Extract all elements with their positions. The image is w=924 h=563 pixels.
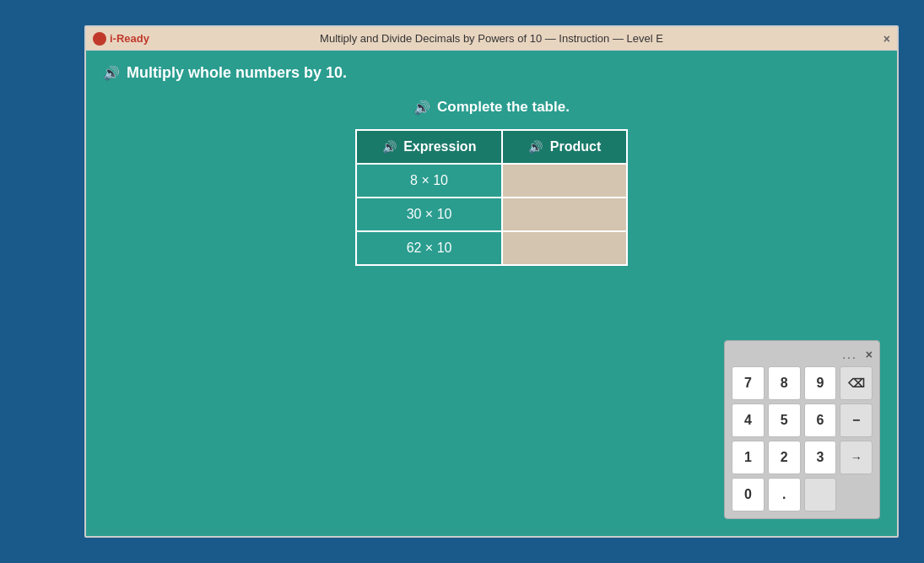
- title-bar: i-Ready Multiply and Divide Decimals by …: [86, 27, 897, 51]
- numpad-btn-empty: [840, 478, 873, 512]
- product-cell-3[interactable]: [502, 231, 627, 265]
- numpad-btn-9[interactable]: 9: [804, 366, 837, 400]
- app-window: i-Ready Multiply and Divide Decimals by …: [84, 25, 899, 538]
- col-header-product: 🔊 Product: [502, 130, 627, 164]
- numpad-btn-5[interactable]: 5: [768, 403, 801, 437]
- product-cell-2[interactable]: [502, 198, 627, 231]
- table-heading-text: Complete the table.: [437, 99, 570, 116]
- expression-cell-1: 8 × 10: [356, 164, 503, 198]
- title-bar-text: Multiply and Divide Decimals by Powers o…: [320, 32, 663, 45]
- numpad-btn-4[interactable]: 4: [732, 403, 765, 437]
- expression-cell-2: 30 × 10: [356, 198, 503, 231]
- numpad-btn-dot[interactable]: .: [768, 478, 801, 512]
- app-logo: i-Ready: [93, 32, 149, 46]
- main-content: 🔊 Multiply whole numbers by 10. 🔊 Comple…: [86, 51, 897, 279]
- numpad: ... × 7 8 9 ⌫ 4 5 6 − 1 2 3 → 0 .: [724, 340, 880, 519]
- numpad-dots: ...: [842, 348, 857, 361]
- numpad-btn-0[interactable]: 0: [732, 478, 765, 512]
- numpad-btn-backspace[interactable]: ⌫: [840, 366, 873, 400]
- table-row: 62 × 10: [356, 231, 628, 265]
- numpad-btn-8[interactable]: 8: [768, 366, 801, 400]
- table-speaker-icon[interactable]: 🔊: [413, 100, 430, 116]
- math-table: 🔊 Expression 🔊 Product 8 × 10: [355, 129, 629, 266]
- table-row: 30 × 10: [356, 198, 628, 231]
- numpad-btn-6[interactable]: 6: [804, 403, 837, 437]
- numpad-btn-7[interactable]: 7: [732, 366, 765, 400]
- numpad-btn-minus[interactable]: −: [840, 403, 873, 437]
- numpad-btn-check[interactable]: [804, 478, 837, 512]
- numpad-header: ... ×: [732, 348, 873, 361]
- title-bar-close-button[interactable]: ×: [883, 32, 890, 46]
- section-heading-text: Multiply whole numbers by 10.: [127, 64, 347, 82]
- numpad-btn-2[interactable]: 2: [768, 441, 801, 474]
- section-heading: 🔊 Multiply whole numbers by 10.: [103, 64, 880, 82]
- numpad-close-button[interactable]: ×: [866, 348, 873, 361]
- numpad-btn-1[interactable]: 1: [732, 441, 765, 474]
- numpad-btn-3[interactable]: 3: [804, 441, 837, 474]
- col-product-label: Product: [550, 139, 601, 154]
- table-container: 🔊 Complete the table. 🔊 Expression 🔊 Pro…: [103, 99, 880, 266]
- section-speaker-icon[interactable]: 🔊: [103, 65, 120, 81]
- numpad-btn-arrow[interactable]: →: [840, 441, 873, 474]
- numpad-grid: 7 8 9 ⌫ 4 5 6 − 1 2 3 → 0 .: [732, 366, 873, 512]
- logo-icon: [93, 32, 106, 46]
- expression-col-speaker-icon[interactable]: 🔊: [382, 140, 397, 154]
- table-row: 8 × 10: [356, 164, 628, 198]
- expression-cell-3: 62 × 10: [356, 231, 503, 265]
- product-cell-1[interactable]: [502, 164, 627, 198]
- table-heading: 🔊 Complete the table.: [413, 99, 570, 116]
- product-col-speaker-icon[interactable]: 🔊: [528, 140, 543, 154]
- col-header-expression: 🔊 Expression: [356, 130, 503, 164]
- col-expression-label: Expression: [403, 139, 476, 154]
- logo-text: i-Ready: [110, 32, 149, 45]
